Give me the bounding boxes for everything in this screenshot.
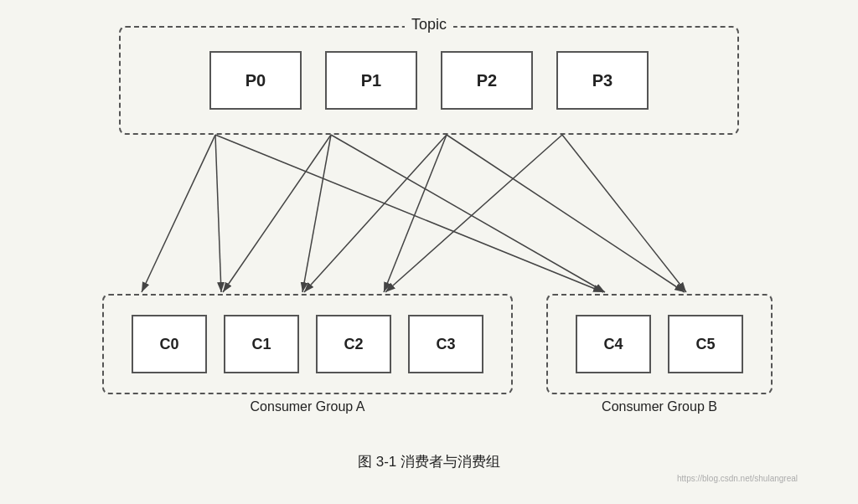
svg-line-5 bbox=[304, 135, 447, 292]
consumer-c3: C3 bbox=[408, 315, 483, 373]
consumer-c1: C1 bbox=[224, 315, 299, 373]
consumers-group-a: C0 C1 C2 C3 bbox=[104, 296, 511, 393]
svg-line-4 bbox=[302, 135, 331, 292]
svg-line-8 bbox=[215, 135, 603, 292]
group-a-label: Consumer Group A bbox=[251, 399, 365, 414]
svg-line-9 bbox=[331, 135, 605, 292]
caption: 图 3-1 消费者与消费组 bbox=[358, 452, 500, 471]
svg-line-1 bbox=[142, 135, 215, 292]
consumer-c2: C2 bbox=[316, 315, 391, 373]
svg-line-11 bbox=[562, 135, 686, 292]
consumer-c4: C4 bbox=[576, 315, 651, 373]
partition-p2: P2 bbox=[441, 51, 533, 110]
svg-line-7 bbox=[385, 135, 562, 292]
svg-line-6 bbox=[384, 135, 447, 292]
partitions-row: P0 P1 P2 P3 bbox=[121, 28, 737, 133]
consumers-group-b: C4 C5 bbox=[548, 296, 771, 393]
group-b-label: Consumer Group B bbox=[602, 399, 717, 414]
partition-p0: P0 bbox=[209, 51, 302, 110]
svg-line-3 bbox=[223, 135, 331, 292]
svg-line-2 bbox=[215, 135, 221, 292]
watermark: https://blog.csdn.net/shulangreal bbox=[677, 474, 798, 483]
consumer-c5: C5 bbox=[668, 315, 743, 373]
partition-p1: P1 bbox=[325, 51, 417, 110]
diagram-container: Topic P0 P1 P2 P3 C0 C1 C2 C3 Consumer G… bbox=[52, 18, 806, 486]
svg-line-10 bbox=[447, 135, 685, 292]
topic-label: Topic bbox=[405, 16, 453, 33]
consumer-c0: C0 bbox=[132, 315, 207, 373]
consumer-group-b-box: C4 C5 Consumer Group B bbox=[546, 294, 773, 394]
consumer-group-a-box: C0 C1 C2 C3 Consumer Group A bbox=[102, 294, 513, 394]
partition-p3: P3 bbox=[556, 51, 649, 110]
topic-box: Topic P0 P1 P2 P3 bbox=[119, 26, 739, 135]
